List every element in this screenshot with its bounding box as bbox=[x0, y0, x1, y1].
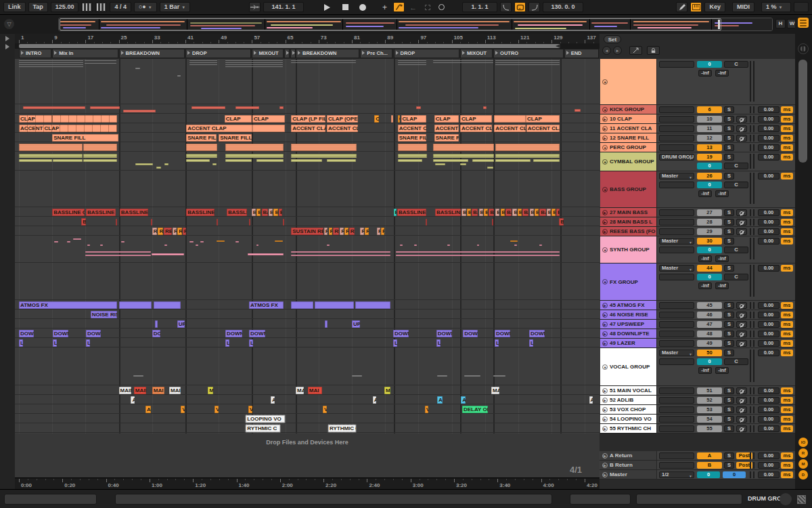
clip[interactable] bbox=[116, 219, 117, 226]
clip-b[interactable]: B bbox=[495, 209, 499, 216]
track-delay-field[interactable]: 0.00 bbox=[758, 228, 780, 235]
solo-button[interactable]: S bbox=[724, 135, 734, 142]
locator-mixout[interactable]: MIXOUT bbox=[252, 49, 284, 58]
nudge-down-icon[interactable] bbox=[81, 2, 93, 12]
clip[interactable] bbox=[177, 75, 181, 77]
clip-v[interactable]: V bbox=[323, 406, 327, 413]
clip-b[interactable]: B bbox=[530, 209, 534, 216]
delay-unit-ms[interactable]: ms bbox=[781, 144, 793, 151]
lane-lazer[interactable] bbox=[15, 339, 600, 347]
solo-button[interactable]: S bbox=[724, 462, 734, 469]
solo-button[interactable]: S bbox=[724, 125, 734, 132]
clip-b[interactable]: B bbox=[81, 218, 86, 226]
routing-box[interactable] bbox=[659, 416, 694, 423]
clip-a[interactable]: A bbox=[131, 396, 135, 404]
pan-field[interactable]: 0 bbox=[697, 61, 722, 68]
track-header-bass-group[interactable]: ■BASS GROUPMaster▼26S0C-inf-inf0.00ms bbox=[600, 171, 795, 208]
delay-unit-ms[interactable]: ms bbox=[781, 471, 793, 478]
track-number[interactable]: 45 bbox=[697, 302, 722, 309]
clip-a[interactable]: A bbox=[271, 396, 275, 404]
track-number[interactable]: 46 bbox=[697, 312, 722, 318]
solo-button[interactable]: S bbox=[724, 452, 734, 459]
clip[interactable] bbox=[235, 106, 259, 109]
clip-snare-fill[interactable]: SNARE FILL bbox=[398, 134, 426, 142]
solo-button[interactable]: S bbox=[724, 321, 734, 328]
clip[interactable] bbox=[433, 62, 493, 63]
track-header-lazer[interactable]: ▶49 LAZER49S0.00ms bbox=[600, 339, 795, 348]
track-delay-field[interactable]: 0.00 bbox=[758, 154, 780, 161]
computer-midi-keyboard-icon[interactable] bbox=[690, 2, 702, 12]
delay-unit-ms[interactable]: ms bbox=[781, 302, 793, 309]
clip-b[interactable]: B bbox=[269, 209, 273, 216]
track-name-reese[interactable]: ▶REESE BASS (FO bbox=[600, 227, 657, 236]
clip[interactable] bbox=[196, 245, 198, 246]
track-header-noise[interactable]: ▶46 NOISE RISE46S0.00ms bbox=[600, 310, 795, 320]
clip-bassline-c[interactable]: BASSLINE C bbox=[52, 209, 84, 216]
clip-ba[interactable]: BA bbox=[505, 209, 512, 216]
track-number[interactable]: 12 bbox=[697, 135, 722, 142]
clip[interactable] bbox=[495, 60, 560, 61]
delay-unit-ms[interactable]: ms bbox=[781, 397, 793, 404]
routing-box[interactable] bbox=[659, 135, 694, 142]
track-header-upsweep[interactable]: ▶47 UPSWEEP47S0.00ms bbox=[600, 320, 795, 329]
routing-box[interactable] bbox=[659, 219, 694, 226]
track-header-synth-group[interactable]: ■SYNTH GROUPMaster▼30S0C-inf-inf0.00ms bbox=[600, 236, 795, 263]
clip[interactable] bbox=[123, 110, 156, 112]
delay-unit-ms[interactable]: ms bbox=[781, 173, 793, 179]
clip[interactable] bbox=[352, 375, 362, 377]
clip-ba[interactable]: BA bbox=[262, 209, 268, 216]
output-routing-menu[interactable]: Master▼ bbox=[659, 265, 694, 272]
routing-box[interactable] bbox=[659, 228, 694, 235]
clip[interactable] bbox=[398, 60, 427, 61]
stop-button[interactable] bbox=[340, 2, 351, 12]
clip[interactable] bbox=[283, 219, 284, 226]
solo-button[interactable]: S bbox=[724, 106, 734, 113]
track-name-return-A[interactable]: ▶A Return bbox=[600, 451, 657, 460]
clip[interactable] bbox=[291, 62, 355, 63]
clip[interactable] bbox=[155, 320, 158, 328]
input-monitor-off-icon[interactable] bbox=[736, 406, 747, 413]
clip-down[interactable]: DOWN bbox=[436, 330, 452, 337]
track-delay-field[interactable]: 0.00 bbox=[758, 116, 780, 123]
loop-start-field[interactable]: 1. 1. 1 bbox=[462, 2, 497, 12]
clip[interactable] bbox=[400, 245, 403, 246]
track-name-downlifter[interactable]: ▶48 DOWNLIFTE bbox=[600, 329, 657, 338]
clip-bassline[interactable]: BASSLINE bbox=[397, 209, 426, 216]
clip-re[interactable]: RE bbox=[164, 228, 172, 235]
clip[interactable] bbox=[191, 106, 225, 109]
clip-r[interactable]: R bbox=[360, 228, 364, 235]
pan-center-button[interactable]: C bbox=[724, 358, 748, 365]
routing-box-secondary[interactable] bbox=[659, 182, 694, 188]
clip[interactable] bbox=[256, 159, 284, 162]
track-delay-field[interactable]: 0.00 bbox=[758, 265, 780, 272]
clip[interactable] bbox=[189, 60, 217, 61]
clip-bassline-c[interactable]: BASSLINE C bbox=[86, 209, 116, 216]
clip[interactable] bbox=[73, 238, 81, 240]
delay-unit-ms[interactable]: ms bbox=[781, 452, 793, 459]
lane-bass-group[interactable] bbox=[15, 171, 600, 207]
clip-rythmic-c[interactable]: RYTHMIC C bbox=[328, 425, 356, 432]
locator-marker[interactable] bbox=[284, 49, 290, 58]
clip-noise-rise[interactable]: NOISE RISE bbox=[91, 311, 117, 318]
clip-ba[interactable]: BA bbox=[489, 209, 493, 216]
track-play-icon[interactable]: ▶ bbox=[602, 463, 608, 468]
clip-b[interactable]: B bbox=[394, 209, 397, 216]
delay-unit-ms[interactable]: ms bbox=[781, 340, 793, 347]
track-delay-field[interactable]: 0.00 bbox=[758, 331, 780, 337]
clip-accent-cla[interactable]: ACCENT CLA bbox=[526, 125, 560, 132]
track-delay-field[interactable]: 0.00 bbox=[758, 425, 780, 432]
track-name-main-bass[interactable]: ▶27 MAIN BASS bbox=[600, 208, 657, 217]
lane-looping[interactable] bbox=[15, 415, 600, 423]
clip[interactable] bbox=[327, 159, 356, 162]
lane-vox-chop[interactable] bbox=[15, 405, 600, 414]
track-name-perc[interactable]: ■PERC GROUP bbox=[600, 143, 657, 152]
clip[interactable] bbox=[217, 240, 225, 242]
clip-snare-fill[interactable]: SNARE FILL bbox=[186, 134, 216, 142]
clip-down[interactable]: DOWN bbox=[393, 330, 409, 337]
track-header-rythmic[interactable]: ▶55 RYTHMIC CH55S0.00ms bbox=[600, 424, 795, 433]
clip[interactable] bbox=[19, 60, 83, 61]
track-name-accent[interactable]: ▶11 ACCENT CLA bbox=[600, 124, 657, 133]
group-fold-icon[interactable]: ■ bbox=[602, 159, 608, 165]
clip[interactable] bbox=[495, 144, 560, 151]
punch-in-icon[interactable] bbox=[500, 2, 512, 12]
